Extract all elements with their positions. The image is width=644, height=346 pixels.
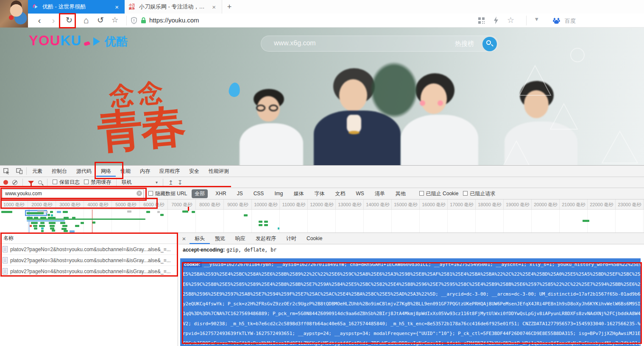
preserve-log-checkbox[interactable]: 保留日志	[53, 179, 80, 186]
filter-chip-doc[interactable]: 文档	[332, 189, 348, 198]
waterfall-bar	[192, 211, 195, 213]
request-row[interactable]: platov2?pageNo=3&host=youku.com&subchann…	[0, 255, 178, 266]
refresh-button[interactable]: ↻	[63, 14, 75, 28]
waterfall-bar	[57, 211, 61, 213]
user-avatar[interactable]	[0, 0, 28, 28]
divider	[26, 167, 27, 175]
tab-youku[interactable]: 优酷 - 这世界很酷 ×	[28, 0, 125, 14]
filter-chip-xhr[interactable]: XHR	[212, 190, 229, 197]
blocked-cookies-checkbox[interactable]: 已阻止 Cookie	[419, 190, 459, 197]
filter-chip-css[interactable]: CSS	[251, 190, 267, 197]
devtools-tab-application[interactable]: 应用程序	[155, 166, 184, 177]
waterfall-bar	[40, 222, 45, 224]
tab-close-icon[interactable]: ×	[113, 3, 120, 11]
devtools-tab-security[interactable]: 安全	[184, 166, 204, 177]
devtools-tab-memory[interactable]: 内存	[135, 166, 155, 177]
header-line: accept-encoding:gzip, deflate, br	[178, 244, 644, 255]
detail-tab-initiator[interactable]: 发起程序	[251, 233, 281, 244]
devtools-tab-lighthouse[interactable]: 性能评测	[204, 166, 234, 177]
inspect-element-icon[interactable]	[0, 166, 13, 177]
waterfall-bar	[264, 224, 268, 226]
request-list-header[interactable]: 名称	[0, 233, 178, 244]
checkbox[interactable]	[84, 180, 89, 184]
blocked-requests-checkbox[interactable]: 已阻止请求	[463, 190, 495, 197]
waterfall-bar	[39, 225, 45, 227]
timeline-ruler[interactable]: 1000 毫秒2000 毫秒3000 毫秒4000 毫秒5000 毫秒6000 …	[0, 199, 644, 210]
waterfall-bar	[27, 220, 65, 221]
disable-cache-checkbox[interactable]: 禁用缓存	[84, 179, 111, 186]
filter-funnel-icon[interactable]	[28, 181, 34, 184]
waterfall-bar	[157, 211, 160, 213]
waterfall-bar	[182, 210, 188, 213]
banner-triangle-decorations	[0, 28, 644, 165]
request-row[interactable]: platov2?pageNo=4&host=youku.com&subchann…	[0, 266, 178, 277]
favorite-star-icon[interactable]: ☆	[109, 14, 121, 28]
devtools-tab-elements[interactable]: 元素	[28, 166, 47, 177]
chevron-down-icon[interactable]: ▾	[535, 15, 538, 23]
throttling-caret-icon[interactable]: ▾	[156, 180, 158, 185]
close-icon[interactable]: ×	[178, 235, 190, 242]
xiaodao-favicon: 小刀娱乐	[129, 3, 136, 10]
new-tab-button[interactable]: +	[224, 2, 235, 12]
record-button[interactable]	[3, 180, 8, 185]
tab-close-icon[interactable]: ×	[210, 3, 217, 11]
undo-button[interactable]: ↺	[94, 14, 107, 28]
filter-input[interactable]	[2, 189, 144, 198]
waterfall-bar	[64, 230, 68, 232]
checkbox[interactable]	[419, 191, 424, 196]
waterfall-bar	[33, 225, 37, 227]
search-requests-icon[interactable]	[38, 180, 42, 184]
detail-tab-cookies[interactable]: Cookie	[301, 233, 327, 244]
import-har-icon[interactable]: ↥	[168, 179, 173, 186]
divider	[22, 179, 23, 186]
baidu-label[interactable]: 百度	[565, 17, 576, 25]
address-url[interactable]: https://youku.com	[149, 17, 199, 24]
tab-title: 优酷 - 这世界很酷	[42, 3, 110, 11]
network-toolbar: 保留日志 禁用缓存 联机 ▾ ↥ ↧	[0, 177, 644, 188]
filter-chip-img[interactable]: Img	[271, 190, 286, 197]
tab-xiaodao[interactable]: 小刀娱乐 小刀娱乐网 - 专注活动，软件, ×	[125, 0, 222, 14]
waterfall-overview[interactable]	[0, 210, 644, 233]
detail-tab-headers[interactable]: 标头	[190, 233, 210, 244]
network-filter-row: × 隐藏数据 URL 全部 XHR JS CSS Img 媒体 字体 文档 WS…	[0, 188, 644, 199]
throttling-select[interactable]: 联机	[122, 179, 153, 186]
devtools-tab-performance[interactable]: 性能	[116, 166, 135, 177]
filter-chip-media[interactable]: 媒体	[290, 189, 307, 198]
detail-tab-preview[interactable]: 预览	[210, 233, 230, 244]
request-row[interactable]: platov2?pageNo=2&host=youku.com&subchann…	[0, 244, 178, 255]
waterfall-bar	[146, 211, 150, 213]
home-button[interactable]: ⌂	[80, 14, 92, 28]
detail-tab-response[interactable]: 响应	[230, 233, 251, 244]
filter-chip-font[interactable]: 字体	[311, 189, 327, 198]
filter-chip-js[interactable]: JS	[234, 190, 246, 197]
clear-filter-icon[interactable]: ×	[137, 191, 142, 196]
checkbox[interactable]	[53, 180, 57, 184]
bookmark-star-icon[interactable]: ☆	[507, 15, 514, 25]
waterfall-bar	[41, 227, 44, 230]
detail-tab-timing[interactable]: 计时	[281, 233, 301, 244]
device-toolbar-icon[interactable]	[13, 166, 25, 177]
divider	[163, 179, 163, 186]
back-button[interactable]: ‹	[33, 14, 46, 28]
shield-icon[interactable]	[131, 17, 137, 24]
filter-chip-all[interactable]: 全部	[192, 189, 208, 198]
hide-data-url-checkbox[interactable]: 隐藏数据 URL	[148, 190, 187, 197]
clear-icon[interactable]	[12, 180, 17, 185]
qr-code-icon[interactable]	[478, 17, 485, 24]
devtools-tab-sources[interactable]: 源代码	[72, 166, 96, 177]
filter-chip-manifest[interactable]: 清单	[372, 189, 388, 198]
devtools-tab-console[interactable]: 控制台	[47, 166, 72, 177]
checkbox[interactable]	[463, 191, 468, 196]
export-har-icon[interactable]: ↧	[178, 179, 183, 186]
youku-favicon	[32, 3, 39, 10]
filter-chip-other[interactable]: 其他	[393, 189, 409, 198]
forward-button[interactable]: ›	[47, 14, 60, 28]
devtools-tab-network[interactable]: 网络	[96, 166, 116, 177]
checkbox[interactable]	[148, 191, 153, 196]
waterfall-bar	[92, 221, 95, 224]
filter-chip-ws[interactable]: WS	[353, 190, 367, 197]
cookie-key-label: cookie:	[183, 261, 202, 267]
waterfall-bar	[52, 230, 55, 232]
lightning-icon[interactable]	[493, 17, 499, 24]
baidu-paw-icon[interactable]	[553, 17, 560, 24]
